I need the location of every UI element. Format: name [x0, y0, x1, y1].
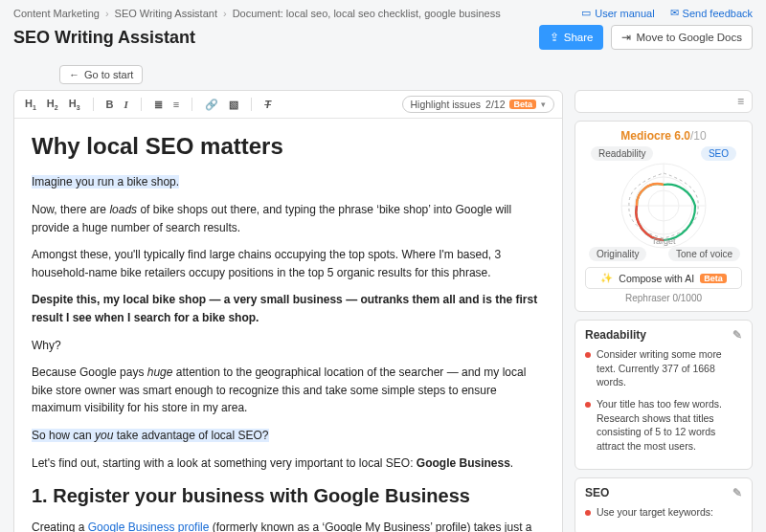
seo-tip: Use your target keywords: — [585, 505, 742, 520]
readability-card: Readability ✎ Consider writing some more… — [574, 320, 753, 470]
editor-body[interactable]: Why local SEO matters Imagine you run a … — [14, 119, 562, 532]
arrow-left-icon: ← — [69, 69, 79, 80]
hamburger-icon: ≡ — [737, 95, 744, 108]
score-heading: Mediocre 6.0/10 — [585, 129, 742, 143]
beta-badge: Beta — [509, 100, 536, 109]
chevron-down-icon: ▾ — [541, 100, 546, 109]
italic-button[interactable]: I — [122, 97, 131, 112]
heading3-button[interactable]: H3 — [66, 96, 83, 113]
breadcrumb: Content Marketing › SEO Writing Assistan… — [13, 8, 501, 19]
export-icon: ⇥ — [621, 31, 631, 44]
send-feedback-link[interactable]: ✉ Send feedback — [670, 7, 753, 19]
user-manual-link[interactable]: ▭ User manual — [581, 7, 654, 19]
doc-p7: So how can you take advantage of local S… — [32, 427, 545, 445]
beta-badge: Beta — [700, 274, 727, 283]
send-icon: ✉ — [670, 7, 679, 19]
share-button[interactable]: ⇪ Share — [539, 25, 604, 50]
doc-p4: Despite this, my local bike shop — a ver… — [32, 291, 545, 326]
toolbar-divider — [251, 98, 252, 111]
doc-h1: Why local SEO matters — [32, 128, 545, 164]
doc-h2: 1. Register your business with Google Bu… — [32, 481, 545, 511]
edit-seo-button[interactable]: ✎ — [732, 486, 742, 499]
go-to-start-label: Go to start — [84, 69, 133, 80]
chevron-right-icon: › — [223, 8, 227, 19]
axis-tone[interactable]: Tone of voice — [668, 247, 740, 261]
readability-tip: Consider writing some more text. Current… — [585, 347, 742, 389]
google-business-profile-link[interactable]: Google Business profile — [88, 521, 210, 532]
numbered-list-button[interactable]: ≡ — [170, 97, 182, 112]
export-label: Move to Google Docs — [636, 32, 742, 43]
page-title: SEO Writing Assistant — [13, 28, 195, 48]
clear-format-button[interactable]: T — [261, 97, 274, 112]
compose-with-ai-button[interactable]: ✨ Compose with AI Beta — [585, 267, 742, 289]
doc-p1: Imagine you run a bike shop. — [32, 175, 179, 188]
axis-seo[interactable]: SEO — [701, 146, 736, 161]
toolbar-divider — [141, 98, 142, 111]
rephraser-counter: Rephraser 0/1000 — [585, 293, 742, 303]
seo-card: SEO ✎ Use your target keywords: — [574, 477, 753, 532]
bullet-list-button[interactable]: ≣ — [151, 97, 166, 113]
bold-button[interactable]: B — [103, 97, 117, 112]
crumb-content-marketing[interactable]: Content Marketing — [13, 8, 100, 19]
crumb-seo-writing-assistant[interactable]: SEO Writing Assistant — [115, 8, 217, 19]
highlight-issues-toggle[interactable]: Highlight issues 2/12 Beta ▾ — [402, 96, 555, 113]
editor-panel: H1 H2 H3 B I ≣ ≡ 🔗 ▧ — [13, 90, 563, 532]
user-manual-label: User manual — [595, 8, 654, 19]
doc-p3: Amongst these, you'll typically find lar… — [32, 246, 545, 281]
readability-tip: Your title has too few words. Research s… — [585, 397, 742, 454]
doc-p6: Because Google pays huge attention to th… — [32, 364, 545, 417]
highlight-issues-count: 2/12 — [485, 99, 505, 110]
highlight-issues-label: Highlight issues — [411, 99, 482, 110]
heading2-button[interactable]: H2 — [44, 96, 61, 113]
doc-p5: Why? — [32, 337, 545, 355]
go-to-start-button[interactable]: ← Go to start — [59, 65, 143, 84]
edit-readability-button[interactable]: ✎ — [732, 328, 742, 342]
heading1-button[interactable]: H1 — [22, 96, 39, 113]
move-to-google-docs-button[interactable]: ⇥ Move to Google Docs — [611, 25, 753, 50]
crumb-document[interactable]: Document: local seo, local seo checklist… — [233, 8, 501, 19]
share-icon: ⇪ — [550, 31, 559, 44]
axis-readability[interactable]: Readability — [591, 146, 653, 161]
readability-title: Readability — [585, 328, 646, 342]
radar-chart: Readability SEO Originality Tone of voic… — [587, 146, 740, 261]
doc-p2: Now, there are loads of bike shops out t… — [32, 201, 545, 236]
seo-title: SEO — [585, 486, 609, 499]
image-button[interactable]: ▧ — [226, 97, 241, 113]
book-icon: ▭ — [581, 7, 591, 19]
toolbar-divider — [93, 98, 94, 111]
score-panel: Mediocre 6.0/10 Readability — [574, 121, 753, 312]
target-label: Target — [651, 236, 675, 246]
magic-icon: ✨ — [600, 272, 613, 284]
compose-label: Compose with AI — [619, 273, 694, 284]
chevron-right-icon: › — [105, 8, 109, 19]
doc-p9: Creating a Google Business profile (form… — [32, 519, 545, 532]
axis-originality[interactable]: Originality — [589, 247, 646, 261]
doc-p8: Let's find out, starting with a look at … — [32, 454, 545, 473]
side-menu-button[interactable]: ≡ — [574, 90, 753, 113]
link-button[interactable]: 🔗 — [202, 97, 221, 113]
toolbar-divider — [192, 98, 192, 111]
share-label: Share — [564, 32, 594, 43]
editor-toolbar: H1 H2 H3 B I ≣ ≡ 🔗 ▧ — [14, 91, 562, 119]
send-feedback-label: Send feedback — [683, 8, 753, 19]
